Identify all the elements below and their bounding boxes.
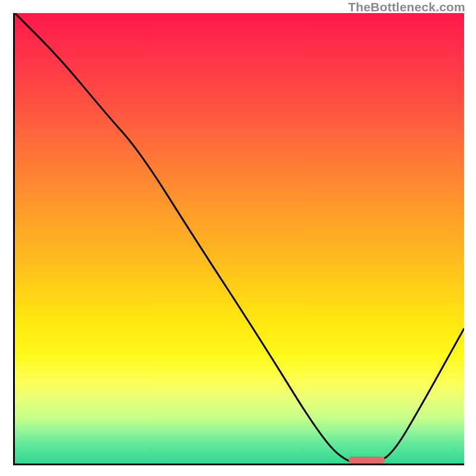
plot-area (13, 13, 464, 465)
chart-container: TheBottleneck.com (0, 0, 476, 476)
curve-svg (15, 13, 464, 464)
optimal-range-marker (349, 456, 385, 464)
watermark-text: TheBottleneck.com (348, 0, 465, 14)
bottleneck-curve (15, 13, 464, 464)
